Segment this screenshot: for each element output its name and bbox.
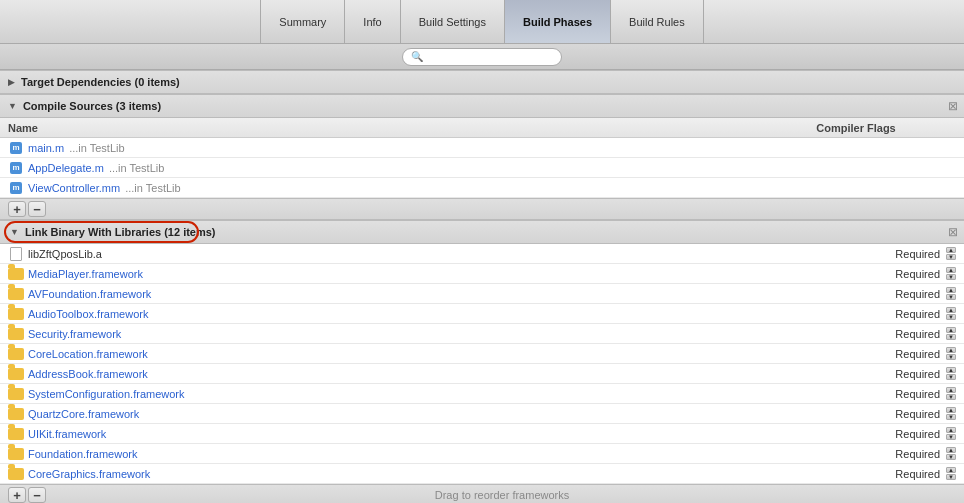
file-badge xyxy=(10,247,22,261)
stepper-down[interactable]: ▼ xyxy=(946,474,956,480)
folder-icon-foundation xyxy=(8,447,24,461)
main-content: Target Dependencies (0 items) Compile So… xyxy=(0,70,964,503)
table-row[interactable]: m AppDelegate.m ...in TestLib xyxy=(0,158,964,178)
lib-name-3: AudioToolbox.framework xyxy=(28,308,856,320)
folder-badge xyxy=(8,468,24,480)
m-badge: m xyxy=(10,182,22,194)
stepper-9[interactable]: ▲▼ xyxy=(946,427,956,440)
stepper-up[interactable]: ▲ xyxy=(946,327,956,333)
folder-icon-mediaplayer xyxy=(8,267,24,281)
col-name-header: Name xyxy=(8,122,756,134)
stepper-4[interactable]: ▲▼ xyxy=(946,327,956,340)
stepper-0[interactable]: ▲▼ xyxy=(946,247,956,260)
stepper-up[interactable]: ▲ xyxy=(946,347,956,353)
stepper-up[interactable]: ▲ xyxy=(946,427,956,433)
compile-add-button[interactable]: + xyxy=(8,201,26,217)
table-row[interactable]: UIKit.framework Required ▲▼ xyxy=(0,424,964,444)
compile-sources-header[interactable]: Compile Sources (3 items) ⊠ xyxy=(0,94,964,118)
stepper-down[interactable]: ▼ xyxy=(946,374,956,380)
target-dependencies-header[interactable]: Target Dependencies (0 items) xyxy=(0,70,964,94)
stepper-down[interactable]: ▼ xyxy=(946,334,956,340)
folder-icon-avfoundation xyxy=(8,287,24,301)
lib-name-1: MediaPlayer.framework xyxy=(28,268,856,280)
table-row[interactable]: AudioToolbox.framework Required ▲▼ xyxy=(0,304,964,324)
stepper-5[interactable]: ▲▼ xyxy=(946,347,956,360)
stepper-up[interactable]: ▲ xyxy=(946,387,956,393)
folder-icon-quartzcore xyxy=(8,407,24,421)
stepper-down[interactable]: ▼ xyxy=(946,294,956,300)
tab-build-phases[interactable]: Build Phases xyxy=(505,0,611,43)
stepper-7[interactable]: ▲▼ xyxy=(946,387,956,400)
compile-remove-button[interactable]: − xyxy=(28,201,46,217)
stepper-down[interactable]: ▼ xyxy=(946,254,956,260)
tab-bar: Summary Info Build Settings Build Phases… xyxy=(0,0,964,44)
folder-badge xyxy=(8,328,24,340)
table-row[interactable]: CoreGraphics.framework Required ▲▼ xyxy=(0,464,964,484)
table-row[interactable]: CoreLocation.framework Required ▲▼ xyxy=(0,344,964,364)
link-remove-button[interactable]: − xyxy=(28,487,46,503)
folder-badge xyxy=(8,288,24,300)
lib-name-10: Foundation.framework xyxy=(28,448,856,460)
stepper-up[interactable]: ▲ xyxy=(946,307,956,313)
file-icon-appdelegate: m xyxy=(8,161,24,175)
stepper-down[interactable]: ▼ xyxy=(946,314,956,320)
tab-info[interactable]: Info xyxy=(345,0,400,43)
stepper-6[interactable]: ▲▼ xyxy=(946,367,956,380)
stepper-down[interactable]: ▼ xyxy=(946,434,956,440)
stepper-11[interactable]: ▲▼ xyxy=(946,467,956,480)
folder-badge xyxy=(8,428,24,440)
stepper-3[interactable]: ▲▼ xyxy=(946,307,956,320)
stepper-up[interactable]: ▲ xyxy=(946,407,956,413)
stepper-2[interactable]: ▲▼ xyxy=(946,287,956,300)
stepper-down[interactable]: ▼ xyxy=(946,274,956,280)
search-input[interactable] xyxy=(426,51,553,62)
table-row[interactable]: m main.m ...in TestLib xyxy=(0,138,964,158)
link-binary-expand: ⊠ xyxy=(948,225,958,239)
table-row[interactable]: Security.framework Required ▲▼ xyxy=(0,324,964,344)
stepper-up[interactable]: ▲ xyxy=(946,287,956,293)
lib-name-8: QuartzCore.framework xyxy=(28,408,856,420)
target-dependencies-title: Target Dependencies (0 items) xyxy=(21,76,180,88)
stepper-up[interactable]: ▲ xyxy=(946,247,956,253)
folder-icon-systemconfiguration xyxy=(8,387,24,401)
stepper-down[interactable]: ▼ xyxy=(946,354,956,360)
lib-name-7: SystemConfiguration.framework xyxy=(28,388,856,400)
folder-badge xyxy=(8,268,24,280)
stepper-10[interactable]: ▲▼ xyxy=(946,447,956,460)
tab-summary[interactable]: Summary xyxy=(260,0,345,43)
stepper-down[interactable]: ▼ xyxy=(946,394,956,400)
lib-required-11: Required ▲▼ xyxy=(856,467,956,480)
stepper-down[interactable]: ▼ xyxy=(946,454,956,460)
stepper-up[interactable]: ▲ xyxy=(946,467,956,473)
stepper-up[interactable]: ▲ xyxy=(946,447,956,453)
link-binary-triangle xyxy=(10,227,19,237)
tab-build-rules[interactable]: Build Rules xyxy=(611,0,704,43)
tab-build-settings[interactable]: Build Settings xyxy=(401,0,505,43)
target-dependencies-triangle xyxy=(8,77,15,87)
lib-name-11: CoreGraphics.framework xyxy=(28,468,856,480)
link-binary-toolbar: + − Drag to reorder frameworks xyxy=(0,484,964,503)
table-row[interactable]: m ViewController.mm ...in TestLib xyxy=(0,178,964,198)
folder-icon-audiotoolbox xyxy=(8,307,24,321)
table-row[interactable]: SystemConfiguration.framework Required ▲… xyxy=(0,384,964,404)
table-row[interactable]: AddressBook.framework Required ▲▼ xyxy=(0,364,964,384)
compile-sources-table: Name Compiler Flags m main.m ...in TestL… xyxy=(0,118,964,198)
table-row[interactable]: AVFoundation.framework Required ▲▼ xyxy=(0,284,964,304)
table-row[interactable]: MediaPlayer.framework Required ▲▼ xyxy=(0,264,964,284)
lib-name-2: AVFoundation.framework xyxy=(28,288,856,300)
stepper-1[interactable]: ▲▼ xyxy=(946,267,956,280)
lib-required-2: Required ▲▼ xyxy=(856,287,956,300)
table-row[interactable]: libZftQposLib.a Required ▲▼ xyxy=(0,244,964,264)
lib-required-1: Required ▲▼ xyxy=(856,267,956,280)
stepper-up[interactable]: ▲ xyxy=(946,267,956,273)
stepper-up[interactable]: ▲ xyxy=(946,367,956,373)
file-main: main.m ...in TestLib xyxy=(28,142,956,154)
search-wrap: 🔍 xyxy=(402,48,562,66)
table-row[interactable]: Foundation.framework Required ▲▼ xyxy=(0,444,964,464)
link-add-button[interactable]: + xyxy=(8,487,26,503)
stepper-8[interactable]: ▲▼ xyxy=(946,407,956,420)
link-binary-header[interactable]: Link Binary With Libraries (12 items) ⊠ xyxy=(0,220,964,244)
stepper-down[interactable]: ▼ xyxy=(946,414,956,420)
table-row[interactable]: QuartzCore.framework Required ▲▼ xyxy=(0,404,964,424)
folder-icon-coregraphics xyxy=(8,467,24,481)
